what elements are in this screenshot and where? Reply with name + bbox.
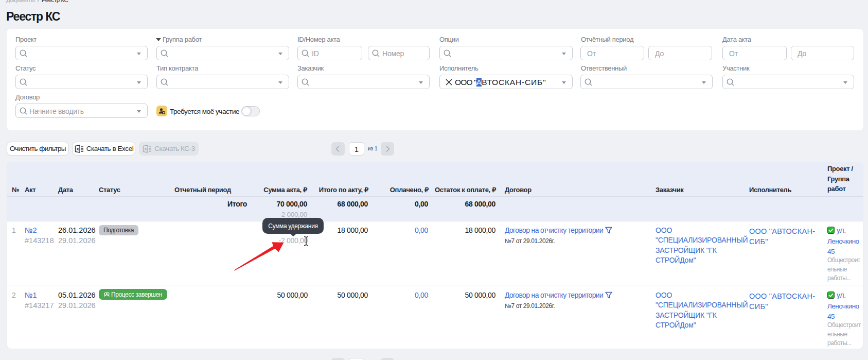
svg-text:x: x	[145, 146, 147, 151]
svg-text:x: x	[76, 146, 79, 151]
